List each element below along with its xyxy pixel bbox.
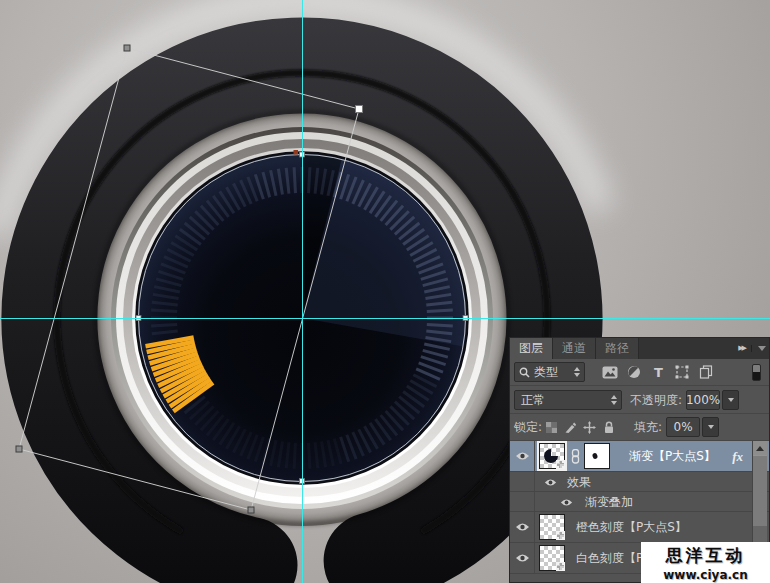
eye-icon	[515, 522, 530, 532]
scrollbar-thumb[interactable]	[753, 455, 767, 526]
lock-position-button[interactable]	[580, 416, 599, 438]
filter-pixel-layers-button[interactable]	[599, 361, 621, 383]
filter-type-layers-button[interactable]: T	[647, 361, 669, 383]
watermark: 思洋互动 www.ciya.cn	[641, 542, 770, 583]
opacity-label: 不透明度:	[630, 394, 682, 406]
effect-item-label: 渐变叠加	[585, 496, 633, 508]
filter-smart-objects-button[interactable]	[695, 361, 717, 383]
svg-text:T: T	[654, 366, 663, 379]
lock-all-button[interactable]	[599, 416, 618, 438]
eye-icon	[515, 553, 530, 563]
eye-icon	[544, 478, 557, 487]
filter-type-select[interactable]: 类型	[514, 362, 585, 382]
eye-icon	[560, 498, 573, 507]
panel-menu-icon[interactable]	[758, 346, 766, 351]
layer-thumbnail[interactable]	[539, 443, 565, 469]
watermark-title: 思洋互动	[666, 544, 746, 567]
visibility-toggle[interactable]	[510, 543, 535, 573]
filter-spinner-icon	[574, 367, 580, 377]
blend-mode-select[interactable]: 正常	[514, 390, 622, 410]
layer-mask-thumbnail[interactable]	[584, 443, 610, 469]
layer-name: 橙色刻度【P大点S】	[576, 521, 687, 533]
effects-row[interactable]: 效果	[510, 472, 769, 492]
panel-tab-bar: 图层 通道 路径 ▶▶	[510, 338, 769, 359]
layer-thumbnail[interactable]	[539, 514, 565, 540]
tab-paths[interactable]: 路径	[596, 338, 639, 359]
blend-mode-value: 正常	[521, 394, 545, 406]
layer-name: 渐变【P大点S】	[629, 450, 716, 462]
filter-shape-layers-button[interactable]	[671, 361, 693, 383]
effects-label: 效果	[567, 476, 591, 488]
tab-channels[interactable]: 通道	[553, 338, 596, 359]
search-icon	[519, 367, 530, 378]
opacity-value[interactable]: 100%	[686, 390, 720, 410]
gradient-overlay-row[interactable]: 渐变叠加	[510, 492, 769, 512]
fx-badge[interactable]: fx	[732, 450, 743, 463]
blend-spinner-icon	[611, 395, 617, 405]
lock-pixels-button[interactable]	[561, 416, 580, 438]
effects-visibility-toggle[interactable]	[544, 477, 557, 489]
lock-row: 锁定: 填充: 0%	[510, 414, 769, 441]
visibility-toggle[interactable]	[510, 512, 535, 542]
collapse-panels-icon[interactable]: ▶▶	[732, 345, 752, 352]
watermark-url: www.ciya.cn	[663, 568, 747, 582]
eye-icon	[515, 451, 530, 461]
fill-value[interactable]: 0%	[666, 417, 700, 437]
scrollbar-up-button[interactable]	[753, 441, 767, 455]
layer-filter-row: 类型 T	[510, 359, 769, 386]
eye-column	[510, 472, 535, 491]
filter-type-label: 类型	[534, 366, 558, 378]
smart-object-badge	[556, 531, 565, 540]
layer-row-gradient[interactable]: 渐变【P大点S】 fx	[510, 441, 769, 472]
effect-visibility-toggle[interactable]	[560, 497, 573, 509]
filtering-toggle[interactable]	[752, 364, 761, 381]
path-direction-point[interactable]	[294, 150, 299, 155]
mask-thumbnail-content	[585, 444, 609, 468]
fill-dropdown-button[interactable]	[702, 417, 719, 437]
layer-thumbnail[interactable]	[539, 545, 565, 571]
lock-label: 锁定:	[514, 421, 542, 433]
eye-column	[510, 492, 535, 511]
layer-row-orange-ticks[interactable]: 橙色刻度【P大点S】	[510, 512, 769, 543]
smart-object-badge	[556, 460, 565, 469]
filter-adjustment-layers-button[interactable]	[623, 361, 645, 383]
fill-label: 填充:	[634, 421, 662, 433]
lock-transparency-button[interactable]	[542, 416, 561, 438]
photoshop-workspace: 图层 通道 路径 ▶▶ 类型	[0, 0, 770, 583]
mask-link-icon[interactable]	[571, 449, 580, 464]
blend-mode-row: 正常 不透明度: 100%	[510, 386, 769, 414]
opacity-dropdown-button[interactable]	[722, 390, 739, 410]
tab-layers[interactable]: 图层	[510, 338, 553, 359]
visibility-toggle[interactable]	[510, 441, 535, 471]
smart-object-badge	[556, 562, 565, 571]
